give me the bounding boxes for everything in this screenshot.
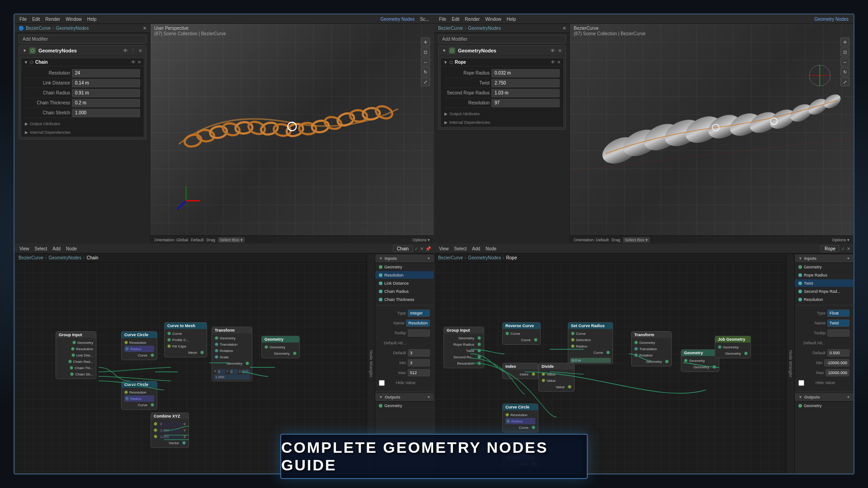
tool-cursor[interactable]: ✛ (421, 38, 430, 47)
options-btn-r[interactable]: Options ▾ (832, 238, 849, 242)
internal-dependencies-toggle[interactable]: ▶ Internal Dependencies (25, 130, 140, 135)
modifier-close-r[interactable]: ✕ (558, 48, 562, 54)
bc-geonodes-r[interactable]: GeometryNodes (468, 255, 501, 260)
node-divide[interactable]: Divide Value Value Value (538, 363, 575, 392)
min-value-r[interactable]: -10000.000 (824, 359, 849, 366)
menu-window[interactable]: Window (64, 17, 84, 22)
twist-value[interactable]: 2.750 (491, 79, 560, 87)
node-menu-add[interactable]: Add (51, 246, 62, 251)
breadcrumb-geonodes-r[interactable]: GeometryNodes (468, 26, 501, 31)
menu-file-r[interactable]: File (437, 17, 448, 22)
chain-stretch-value[interactable]: 1.000 (72, 109, 140, 117)
bc-geonodes[interactable]: GeometryNodes (48, 255, 81, 260)
node-join-geometry[interactable]: Geometry Geometry Geometry (261, 336, 300, 358)
tool-rotate-r[interactable]: ↻ (840, 67, 849, 76)
modifier-header-geonodes[interactable]: ▼ ⬡ GeometryNodes 👁 ⋮ ✕ (19, 46, 146, 56)
input-link-dist-row[interactable]: Link Distance (375, 279, 434, 287)
breadcrumb-bezier-r[interactable]: BezierCurve (438, 26, 463, 31)
node-transform-left[interactable]: Transform Geometry Translation Rotation … (212, 327, 252, 381)
max-value-r[interactable]: 10000.000 (826, 369, 849, 376)
node-curve-circle-2[interactable]: Curve Circle Resolution Radius Curve (121, 381, 157, 410)
bc-bezier-r[interactable]: BezierCurve (438, 255, 463, 260)
inputs-section-title-r[interactable]: ▼ Inputs + (795, 254, 853, 263)
input-r-twist-row[interactable]: Twist (795, 279, 853, 287)
output-geometry-row[interactable]: Geometry (375, 402, 434, 410)
rope-radius-value[interactable]: 0.032 m (491, 69, 560, 77)
input-chain-thickness-row[interactable]: Chain Thickness (375, 296, 434, 304)
node-reverse-curve[interactable]: Reverse Curve Curve Curve (502, 322, 541, 345)
rope-internal-deps-toggle[interactable]: ▶ Internal Dependencies (444, 120, 560, 125)
modifier-options[interactable]: ⋮ (131, 48, 136, 54)
second-rope-value[interactable]: 1.03 m (491, 89, 560, 97)
rope-output-attributes-toggle[interactable]: ▶ Output Attributes (444, 112, 560, 116)
tool-cursor-r[interactable]: ✛ (840, 38, 849, 47)
input-geometry-row[interactable]: Geometry (375, 263, 434, 271)
options-btn[interactable]: Options ▾ (412, 238, 430, 242)
viewport-top-right[interactable]: BezierCurve (87) Scene Collection | Bezi… (570, 24, 853, 244)
modifier-eye[interactable]: 👁 (123, 48, 128, 53)
node-pin-icon[interactable]: 📌 (425, 246, 431, 251)
select-box-btn-r[interactable]: Select Box ▾ (623, 237, 650, 243)
node-add-r[interactable]: Add (470, 246, 482, 251)
node-index[interactable]: Index Index (502, 363, 538, 379)
input-r-resolution-row[interactable]: Resolution (795, 296, 853, 304)
resolution-value[interactable]: 24 (72, 69, 140, 77)
menu-help-r[interactable]: Help (505, 17, 518, 22)
node-set-curve-radius[interactable]: Set Curve Radius Curve Selection Radius … (568, 322, 613, 364)
menu-window-r[interactable]: Window (483, 17, 503, 22)
tool-scale[interactable]: ⤢ (421, 77, 430, 86)
node-curve-circle-1[interactable]: Curve Circle Resolution Radius Curve (121, 331, 157, 360)
outputs-add-btn-r[interactable]: + (847, 395, 849, 399)
min-value[interactable]: 3 (408, 359, 430, 366)
node-group-input[interactable]: Group Input Geometry Resolution Link Dis… (56, 331, 96, 379)
tool-move[interactable]: ↔ (421, 57, 430, 66)
bc-bezier[interactable]: BezierCurve (19, 255, 43, 260)
menu-render-r[interactable]: Render (463, 17, 481, 22)
menu-render[interactable]: Render (43, 17, 62, 22)
tool-scale-r[interactable]: ⤢ (840, 77, 849, 86)
chain-close-icon[interactable]: ✕ (137, 60, 141, 65)
node-x-r[interactable]: ✕ (847, 246, 850, 251)
tooltip-value[interactable] (408, 329, 430, 337)
panel-close-r[interactable]: ✕ (562, 26, 566, 31)
node-curve-to-mesh[interactable]: Curve to Mesh Curve Profile C... Fill Ca… (164, 322, 207, 357)
node-menu-node[interactable]: Node (64, 246, 79, 251)
viewport-top-left[interactable]: User Perspective (87) Scene Collection |… (151, 24, 434, 244)
panel-close[interactable]: ✕ (143, 26, 146, 31)
inputs-section-title[interactable]: ▼ Inputs + (375, 254, 434, 263)
menu-edit-r[interactable]: Edit (450, 17, 461, 22)
input-r-geometry-row[interactable]: Geometry (795, 263, 853, 271)
modifier-eye-r[interactable]: 👁 (550, 48, 555, 53)
rope-eye-icon[interactable]: 👁 (551, 60, 555, 65)
node-combine-xyz[interactable]: Combine XYZ 0 X 1.000 Y 1.000 (151, 413, 189, 448)
link-distance-value[interactable]: 0.14 m (72, 79, 140, 87)
node-view-r[interactable]: View (437, 246, 451, 251)
modifier-header-geonodes-r[interactable]: ▼ ⬡ GeometryNodes 👁 ✕ (439, 46, 566, 56)
menu-scripting[interactable]: Sc... (418, 17, 431, 22)
input-chain-radius-row[interactable]: Chain Radius (375, 287, 434, 296)
chain-thickness-value[interactable]: 0.2 m (72, 99, 140, 107)
node-join-geometry-rope[interactable]: Geometry Geometry Geometry (681, 349, 719, 372)
hide-value-checkbox[interactable] (379, 380, 385, 386)
name-value[interactable]: Resolution (406, 319, 430, 327)
default-value-r[interactable]: 0.500 (827, 349, 849, 357)
max-value[interactable]: 512 (408, 369, 430, 376)
node-job-geometry[interactable]: Job Geometry Geometry Geometry (715, 336, 751, 358)
type-value[interactable]: Integer (408, 310, 430, 317)
node-select-r[interactable]: Select (453, 246, 469, 251)
menu-geometry-nodes[interactable]: Geometry Nodes (378, 17, 416, 22)
node-x-icon[interactable]: ✕ (420, 246, 424, 251)
tooltip-value-r[interactable] (827, 329, 849, 337)
chain-radius-value[interactable]: 0.91 m (72, 89, 140, 97)
node-menu-select[interactable]: Select (33, 246, 49, 251)
outputs-add-btn[interactable]: + (428, 395, 430, 399)
menu-geonodes-r[interactable]: Geometry Nodes (812, 17, 850, 22)
chain-eye-icon[interactable]: 👁 (131, 60, 136, 65)
tool-select[interactable]: ⊡ (421, 47, 430, 56)
menu-file[interactable]: File (18, 17, 28, 22)
modifier-close[interactable]: ✕ (138, 48, 142, 54)
tool-rotate[interactable]: ↻ (421, 67, 430, 76)
input-r-rope-radius-row[interactable]: Rope Radius (795, 271, 853, 279)
outputs-section-title-r[interactable]: ▼ Outputs + (795, 393, 853, 402)
tool-select-r[interactable]: ⊡ (840, 47, 849, 56)
